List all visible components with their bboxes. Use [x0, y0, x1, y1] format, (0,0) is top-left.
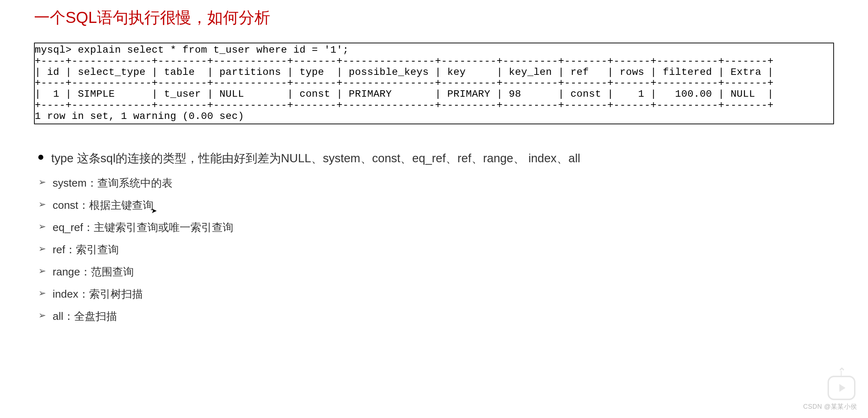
main-bullet-text: type 这条sql的连接的类型，性能由好到差为NULL、system、cons… [51, 149, 580, 167]
sql-explain-output-text: mysql> explain select * from t_user wher… [35, 45, 833, 122]
sub-bullet-item: ➢ ref：索引查询 [38, 241, 834, 258]
sub-bullet-item: ➢ system：查询系统中的表 [38, 175, 834, 191]
chevron-right-icon: ➢ [38, 265, 45, 277]
sub-bullet-text: eq_ref：主键索引查询或唯一索引查询 [53, 219, 233, 235]
watermark-text: CSDN @某某小侯 [803, 402, 857, 411]
chevron-right-icon: ➢ [38, 243, 45, 254]
sub-bullet-item: ➢ eq_ref：主键索引查询或唯一索引查询 [38, 219, 834, 235]
sql-explain-output-box: mysql> explain select * from t_user wher… [34, 43, 834, 124]
sub-bullet-text: index：索引树扫描 [53, 286, 143, 302]
sub-bullet-text: system：查询系统中的表 [53, 175, 173, 191]
chevron-right-icon: ➢ [38, 177, 45, 188]
chevron-right-icon: ➢ [38, 288, 45, 299]
bullet-dot-icon [38, 155, 43, 160]
chevron-right-icon: ➢ [38, 310, 45, 321]
sub-bullet-item: ➢ index：索引树扫描 [38, 286, 834, 302]
chevron-right-icon: ➢ [38, 199, 45, 210]
content-list: type 这条sql的连接的类型，性能由好到差为NULL、system、cons… [34, 149, 834, 325]
main-bullet-item: type 这条sql的连接的类型，性能由好到差为NULL、system、cons… [38, 149, 834, 167]
chevron-right-icon: ➢ [38, 221, 45, 232]
sub-bullet-text: ref：索引查询 [53, 241, 119, 258]
play-badge-icon [828, 376, 855, 400]
sub-bullet-text: const：根据主键查询 [53, 197, 154, 213]
sub-bullet-text: all：全盘扫描 [53, 308, 117, 324]
sub-bullet-item: ➢ all：全盘扫描 [38, 308, 834, 324]
sub-bullet-item: ➢ const：根据主键查询 [38, 197, 834, 213]
sub-bullet-item: ➢ range：范围查询 [38, 264, 834, 280]
sub-bullet-text: range：范围查询 [53, 264, 134, 280]
slide-title: 一个SQL语句执行很慢，如何分析 [34, 7, 834, 28]
slide-container: 一个SQL语句执行很慢，如何分析 mysql> explain select *… [0, 0, 868, 418]
